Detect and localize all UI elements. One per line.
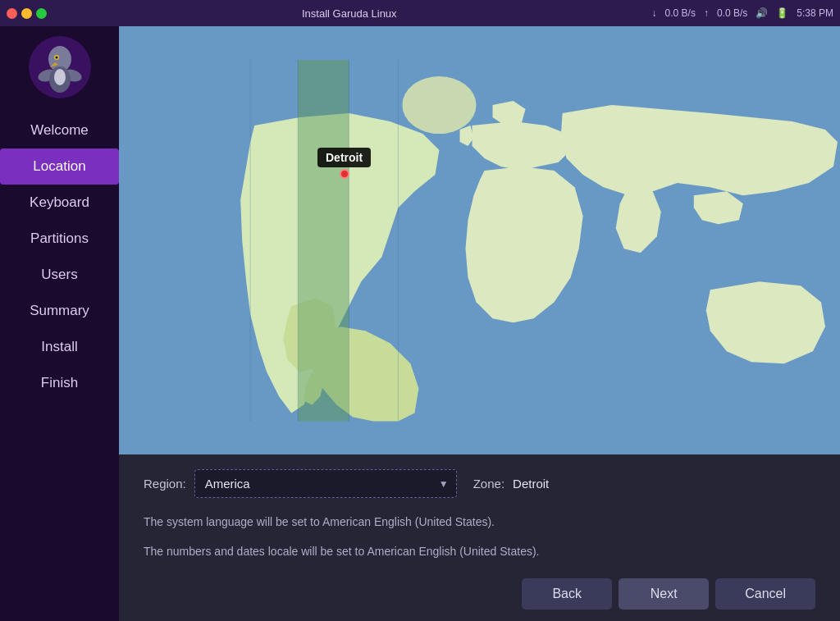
window-title: Install Garuda Linux	[52, 7, 647, 20]
sidebar-item-welcome[interactable]: Welcome	[0, 112, 119, 148]
map-container[interactable]: Detroit	[119, 26, 840, 454]
svg-point-4	[55, 57, 57, 59]
svg-point-11	[402, 76, 476, 134]
titlebar: Install Garuda Linux ↓ 0.0 B/s ↑ 0.0 B/s…	[0, 0, 840, 26]
locale-info: The numbers and dates locale will be set…	[144, 542, 815, 562]
sidebar-item-location[interactable]: Location	[0, 148, 119, 185]
region-zone-row: Region: America Europe Asia Africa Pacif…	[144, 469, 815, 498]
battery-icon: 🔋	[776, 7, 788, 19]
minimize-button[interactable]	[21, 8, 32, 19]
sidebar-item-keyboard[interactable]: Keyboard	[0, 185, 119, 221]
down-icon: ↓	[652, 7, 657, 19]
bottom-section: Region: America Europe Asia Africa Pacif…	[119, 454, 840, 621]
button-row: Back Next Cancel	[144, 572, 815, 613]
sidebar: Welcome Location Keyboard Partitions Use…	[0, 26, 119, 621]
cancel-button[interactable]: Cancel	[715, 578, 815, 610]
titlebar-buttons[interactable]	[7, 8, 47, 19]
world-map[interactable]	[119, 26, 840, 454]
sidebar-item-install[interactable]: Install	[0, 329, 119, 365]
up-icon: ↑	[704, 7, 709, 19]
svg-rect-12	[298, 60, 349, 422]
region-select-wrapper[interactable]: America Europe Asia Africa Pacific ▼	[194, 469, 457, 498]
volume-icon: 🔊	[756, 7, 768, 19]
pin-label: Detroit	[317, 148, 371, 167]
zone-field-group: Zone: Detroit	[473, 477, 550, 491]
titlebar-status: ↓ 0.0 B/s ↑ 0.0 B/s 🔊 🔋 5:38 PM	[652, 7, 833, 19]
app-body: Welcome Location Keyboard Partitions Use…	[0, 26, 840, 621]
svg-point-8	[54, 69, 66, 85]
sidebar-item-summary[interactable]: Summary	[0, 293, 119, 329]
network-down: 0.0 B/s	[665, 7, 696, 19]
back-button[interactable]: Back	[522, 578, 612, 610]
close-button[interactable]	[7, 8, 17, 19]
zone-value: Detroit	[513, 477, 549, 491]
maximize-button[interactable]	[36, 8, 47, 19]
clock: 5:38 PM	[797, 7, 833, 19]
pin-dot	[340, 169, 349, 179]
language-info: The system language will be set to Ameri…	[144, 513, 815, 532]
region-select[interactable]: America Europe Asia Africa Pacific	[194, 469, 457, 498]
sidebar-nav: Welcome Location Keyboard Partitions Use…	[0, 112, 119, 401]
main-content: Detroit Region: America Europe Asia Afri…	[119, 26, 840, 621]
sidebar-item-finish[interactable]: Finish	[0, 365, 119, 401]
map-pin[interactable]: Detroit	[317, 148, 371, 179]
next-button[interactable]: Next	[619, 578, 709, 610]
sidebar-item-partitions[interactable]: Partitions	[0, 221, 119, 257]
region-field-group: Region: America Europe Asia Africa Pacif…	[144, 469, 457, 498]
zone-label: Zone:	[473, 477, 504, 491]
app-logo	[27, 34, 93, 100]
sidebar-item-users[interactable]: Users	[0, 257, 119, 293]
region-label: Region:	[144, 477, 186, 491]
network-up: 0.0 B/s	[717, 7, 747, 19]
